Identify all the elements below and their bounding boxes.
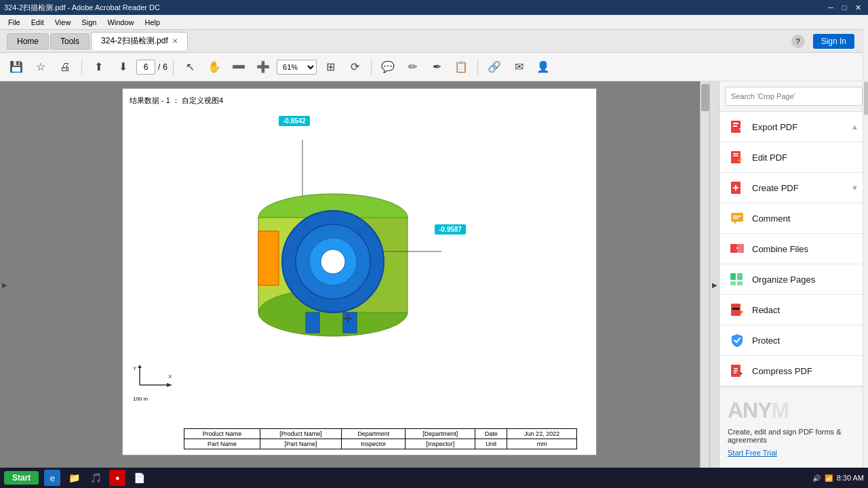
zoom-select[interactable]: 50% 61% 75% 100% 125% 150% 200%	[277, 60, 317, 75]
compress-svg	[730, 363, 745, 378]
viewer-scrollbar[interactable]	[700, 81, 709, 488]
print-button[interactable]: 🖨	[54, 56, 76, 78]
svg-rect-20	[733, 123, 738, 124]
page-total: 6	[163, 62, 167, 72]
coord-svg: X Y	[133, 365, 174, 392]
table-cell-product-name-label: Product Name	[184, 429, 260, 439]
red-icon: ●	[115, 474, 120, 482]
compress-pdf-icon	[729, 363, 745, 379]
fit-button[interactable]: ⊞	[319, 56, 341, 78]
main-area: ▶ 结果数据 - 1 ： 自定义视图4 -0.8542	[0, 81, 868, 488]
panel-item-organize-pages[interactable]: Organize Pages	[719, 264, 868, 295]
svg-rect-24	[733, 155, 738, 157]
comment-tool-button[interactable]: 💬	[377, 56, 399, 78]
folder-icon: 📁	[68, 472, 80, 483]
panel-item-edit-pdf[interactable]: Edit PDF	[719, 142, 868, 173]
panel-search-input[interactable]	[725, 87, 863, 106]
menu-window[interactable]: Window	[102, 17, 139, 28]
table-cell-product-name-value: [Product Name]	[260, 429, 341, 439]
create-pdf-svg	[730, 180, 745, 195]
menu-view[interactable]: View	[50, 17, 77, 28]
svg-rect-23	[733, 153, 738, 155]
table-cell-date-value: Jun 22, 2022	[507, 429, 577, 439]
svg-rect-38	[737, 281, 743, 285]
edit-pdf-svg	[730, 150, 745, 165]
taskbar-icon-music[interactable]: 🎵	[87, 470, 104, 486]
panel-item-export-pdf[interactable]: Export PDF ▲	[719, 112, 868, 142]
zoom-out-button[interactable]: ➖	[228, 56, 250, 78]
organize-svg	[730, 272, 745, 287]
table-cell-department-label: Department	[342, 429, 406, 439]
table-cell-inspector-value: [Inspector]	[406, 439, 475, 449]
menu-file[interactable]: File	[3, 17, 26, 28]
panel-item-comment[interactable]: Comment	[719, 203, 868, 234]
tab-tools[interactable]: Tools	[50, 33, 90, 49]
start-button[interactable]: Start	[4, 471, 39, 485]
edit-pdf-label: Edit PDF	[752, 152, 787, 163]
cad-object-area: -0.8542	[224, 116, 530, 387]
combine-files-label: Combine Files	[752, 244, 808, 254]
protect-label: Protect	[752, 336, 780, 346]
create-pdf-icon	[729, 180, 745, 196]
bookmark-button[interactable]: ☆	[30, 56, 52, 78]
cursor-tool-button[interactable]: ↖	[179, 56, 201, 78]
right-panel-scrollbar-thumb[interactable]	[864, 81, 868, 115]
panel-item-redact[interactable]: Redact	[719, 295, 868, 325]
scrollbar-thumb[interactable]	[701, 84, 709, 111]
page-up-button[interactable]: ⬆	[87, 56, 109, 78]
link-tool-button[interactable]: 🔗	[484, 56, 505, 78]
minimize-button[interactable]: ─	[825, 1, 837, 14]
menu-sign[interactable]: Sign	[76, 17, 102, 28]
page-header: 结果数据 - 1 ： 自定义视图4	[130, 96, 589, 106]
stamp-tool-button[interactable]: 📋	[450, 56, 472, 78]
sign-in-button[interactable]: Sign In	[813, 34, 854, 49]
rotate-button[interactable]: ⟳	[344, 56, 366, 78]
taskbar-icon-red[interactable]: ●	[109, 470, 125, 486]
svg-marker-15	[167, 383, 172, 387]
page-number-input[interactable]: 6	[136, 60, 155, 75]
tab-document[interactable]: 324-2扫描检测.pdf ✕	[91, 32, 188, 50]
menu-edit[interactable]: Edit	[26, 17, 50, 28]
panel-item-create-pdf[interactable]: Create PDF ▼	[719, 173, 868, 203]
svg-marker-16	[138, 365, 142, 368]
help-icon[interactable]: ?	[791, 35, 805, 48]
page-down-button[interactable]: ⬇	[112, 56, 134, 78]
right-panel-scrollbar[interactable]	[863, 81, 868, 488]
close-button[interactable]: ✕	[852, 1, 864, 14]
organize-pages-label: Organize Pages	[752, 274, 815, 285]
table-cell-date-label: Date	[475, 429, 507, 439]
tab-home[interactable]: Home	[7, 33, 49, 49]
panel-item-compress-pdf[interactable]: Compress PDF	[719, 356, 868, 386]
maximize-button[interactable]: □	[838, 1, 850, 14]
highlight-tool-button[interactable]: ✏	[401, 56, 423, 78]
promo-text: Create, edit and sign PDF forms & agreem…	[728, 428, 860, 444]
zoom-in-button[interactable]: ➕	[252, 56, 274, 78]
separator-2	[173, 59, 174, 75]
taskbar-icon-ie[interactable]: e	[44, 470, 60, 486]
taskbar-icon-pdf[interactable]: 📄	[131, 470, 147, 486]
redact-icon	[729, 302, 745, 318]
tab-close-icon[interactable]: ✕	[172, 37, 178, 45]
left-arrow-icon: ▶	[2, 281, 7, 289]
tray-icon-volume: 📶	[825, 474, 833, 482]
mail-button[interactable]: ✉	[508, 56, 530, 78]
trial-link[interactable]: Start Free Trial	[728, 449, 777, 457]
comment-icon	[729, 210, 745, 226]
share-button[interactable]: 👤	[532, 56, 554, 78]
page-nav: 6 / 6	[136, 60, 167, 75]
taskbar-tray: 🔊 📶 8:30 AM	[812, 474, 864, 482]
save-button[interactable]: 💾	[5, 56, 27, 78]
taskbar-icon-folder[interactable]: 📁	[66, 470, 82, 486]
panel-item-protect[interactable]: Protect	[719, 325, 868, 356]
tab-bar: Home Tools 324-2扫描检测.pdf ✕ ? Sign In	[0, 30, 868, 53]
export-pdf-chevron: ▲	[851, 123, 859, 131]
cad-svg	[224, 129, 509, 373]
hand-tool-button[interactable]: ✋	[203, 56, 225, 78]
draw-tool-button[interactable]: ✒	[426, 56, 448, 78]
menu-help[interactable]: Help	[140, 17, 166, 28]
page-separator: /	[158, 62, 160, 72]
right-panel-toggle[interactable]: ▶	[709, 81, 719, 488]
panel-item-combine-files[interactable]: Combine Files	[719, 234, 868, 264]
left-panel-toggle[interactable]: ▶	[0, 81, 9, 488]
pdf-viewer[interactable]: 结果数据 - 1 ： 自定义视图4 -0.8542	[9, 81, 709, 488]
